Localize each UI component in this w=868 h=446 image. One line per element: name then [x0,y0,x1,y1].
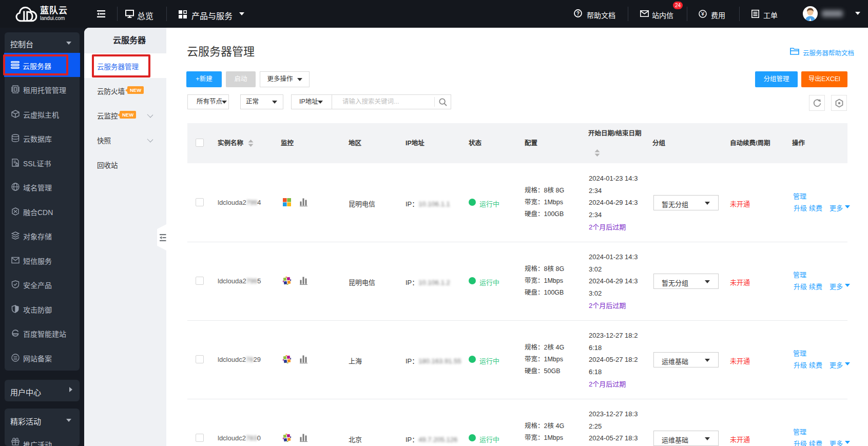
svg-text:¥: ¥ [701,11,705,17]
svg-text:?: ? [576,11,580,16]
